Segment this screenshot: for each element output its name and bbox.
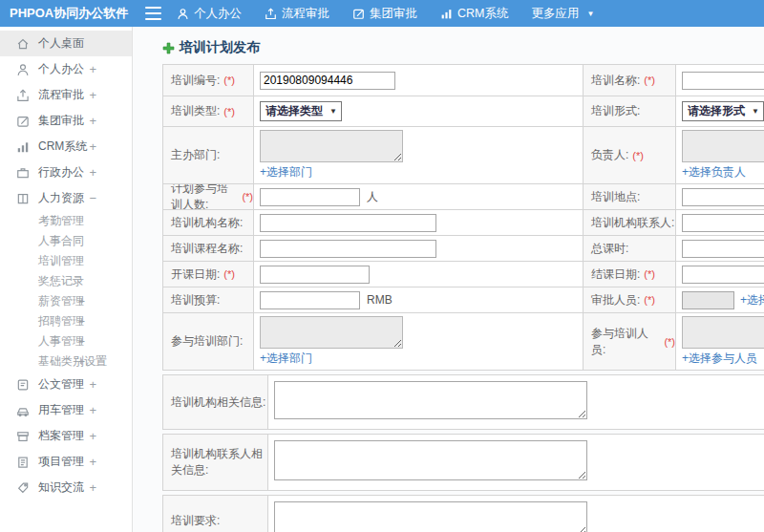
- select-join-people-link[interactable]: +选择参与人员: [682, 351, 757, 367]
- course-name-input[interactable]: [260, 240, 436, 258]
- join-people-label-cell: 参与培训人员:(*): [584, 313, 676, 371]
- budget-input[interactable]: [260, 291, 360, 309]
- sidebar-item-personal-office[interactable]: 个人办公 +: [0, 56, 132, 82]
- org-name-input[interactable]: [260, 214, 436, 232]
- training-form-select[interactable]: 请选择形式▼: [682, 101, 764, 121]
- caret-down-icon: ▼: [752, 107, 759, 116]
- requirements-textarea[interactable]: [274, 501, 587, 532]
- select-approver-link[interactable]: +选择审批人员: [740, 292, 764, 309]
- sidebar-item-hr-contract[interactable]: 人事合同: [0, 231, 132, 251]
- sidebar-item-label: 知识交流: [38, 479, 84, 496]
- location-input[interactable]: [682, 188, 764, 206]
- bar-chart-icon: [440, 8, 453, 20]
- select-dept-link[interactable]: +选择部门: [260, 164, 312, 181]
- expand-plus[interactable]: +: [78, 335, 85, 349]
- topnav-personal-office[interactable]: 个人办公: [177, 6, 242, 22]
- sidebar-item-salary[interactable]: 薪资管理 +: [0, 291, 132, 311]
- sidebar-item-workflow-approval[interactable]: 流程审批 +: [0, 82, 132, 108]
- expand-plus[interactable]: +: [78, 355, 85, 369]
- planned-count-input[interactable]: [260, 188, 360, 206]
- expand-plus[interactable]: +: [89, 62, 96, 76]
- sidebar-item-rewards[interactable]: 奖惩记录: [0, 271, 132, 291]
- sidebar-item-knowledge[interactable]: 知识交流 +: [0, 475, 132, 500]
- upload-icon: [265, 8, 277, 20]
- upload-icon: [16, 89, 31, 102]
- requirements-label-cell: 培训要求:: [163, 496, 268, 532]
- approver-input[interactable]: [682, 291, 734, 309]
- join-people-field-cell: +选择参与人员: [676, 313, 764, 371]
- training-type-field-cell: 请选择类型▼: [254, 96, 584, 127]
- budget-label-cell: 培训预算:: [163, 287, 254, 313]
- edit-square-icon: [16, 115, 31, 128]
- sidebar-item-hr[interactable]: 人力资源 −: [0, 185, 132, 211]
- org-contact-input[interactable]: [682, 214, 764, 232]
- sidebar-item-personnel[interactable]: 人事管理 +: [0, 331, 132, 351]
- topnav-group-approval[interactable]: 集团审批: [352, 6, 417, 22]
- sidebar-item-base-category[interactable]: 基础类别设置 +: [0, 351, 132, 372]
- approver-label-cell: 审批人员:(*): [584, 287, 676, 313]
- file-icon: [16, 378, 31, 392]
- expand-plus[interactable]: +: [89, 88, 96, 102]
- expand-plus[interactable]: +: [89, 114, 96, 128]
- bar-chart-icon: [16, 140, 31, 154]
- expand-plus[interactable]: +: [78, 315, 85, 329]
- required-mark: (*): [644, 74, 655, 86]
- sidebar-item-label: 个人办公: [38, 61, 84, 77]
- start-date-input[interactable]: [260, 266, 370, 284]
- sidebar-item-vehicle[interactable]: 用车管理 +: [0, 397, 132, 423]
- training-name-input[interactable]: [682, 72, 764, 90]
- sidebar-item-recruit[interactable]: 招聘管理 +: [0, 311, 132, 331]
- sidebar-item-group-approval[interactable]: 集团审批 +: [0, 108, 132, 134]
- end-date-input[interactable]: [682, 266, 764, 284]
- leader-textarea[interactable]: [682, 130, 764, 162]
- sidebar-item-archive[interactable]: 档案管理 +: [0, 423, 132, 449]
- sidebar-item-project[interactable]: 项目管理 +: [0, 449, 132, 475]
- clipboard-icon: [16, 456, 31, 469]
- topnav-workflow-approval[interactable]: 流程审批: [265, 6, 329, 22]
- menu-toggle-icon[interactable]: [145, 7, 161, 20]
- sidebar-item-attendance[interactable]: 考勤管理: [0, 211, 132, 231]
- training-type-select[interactable]: 请选择类型▼: [260, 101, 342, 121]
- topnav-label: 更多应用: [531, 6, 579, 22]
- expand-plus[interactable]: +: [89, 455, 96, 469]
- select-leader-link[interactable]: +选择负责人: [682, 164, 746, 181]
- training-no-input[interactable]: [260, 72, 395, 90]
- expand-plus[interactable]: +: [89, 480, 96, 495]
- total-hours-field-cell: [676, 236, 764, 262]
- expand-plus[interactable]: +: [89, 429, 96, 443]
- sidebar-item-label: 档案管理: [38, 428, 84, 444]
- expand-plus[interactable]: +: [89, 139, 96, 154]
- app-logo: PHPOA协同办公软件: [0, 5, 132, 22]
- total-hours-input[interactable]: [682, 240, 764, 258]
- join-people-textarea[interactable]: [682, 316, 764, 349]
- sidebar-item-admin-office[interactable]: 行政办公 +: [0, 160, 132, 185]
- sidebar-item-personal-desktop[interactable]: 个人桌面: [0, 31, 132, 56]
- org-info-textarea[interactable]: [274, 381, 587, 419]
- user-icon: [16, 63, 31, 76]
- sidebar-item-crm[interactable]: CRM系统 +: [0, 134, 132, 160]
- expand-plus[interactable]: +: [78, 295, 85, 309]
- unit-label: 人: [367, 189, 378, 205]
- sidebar-item-training-mgmt[interactable]: 培训管理: [0, 251, 132, 271]
- topnav-label: 个人办公: [194, 6, 242, 22]
- training-type-label-cell: 培训类型:(*): [163, 96, 254, 127]
- topnav-label: 集团审批: [370, 6, 417, 22]
- training-form-label-cell: 培训形式:: [584, 96, 676, 127]
- caret-down-icon: ▼: [329, 107, 337, 116]
- select-dept-link[interactable]: +选择部门: [260, 351, 312, 367]
- expand-plus[interactable]: +: [89, 165, 96, 180]
- sidebar-item-label: 培训管理: [38, 253, 84, 269]
- briefcase-icon: [16, 166, 31, 180]
- sidebar-item-label: CRM系统: [38, 138, 87, 155]
- expand-minus[interactable]: −: [89, 191, 96, 205]
- expand-plus[interactable]: +: [89, 377, 96, 392]
- total-hours-label-cell: 总课时:: [584, 236, 676, 262]
- topnav-crm[interactable]: CRM系统: [440, 6, 508, 22]
- host-dept-textarea[interactable]: [260, 130, 403, 162]
- topnav-more-apps[interactable]: 更多应用 ▼: [531, 6, 594, 22]
- join-depts-label-cell: 参与培训部门:: [163, 313, 254, 371]
- expand-plus[interactable]: +: [89, 403, 96, 417]
- sidebar-item-documents[interactable]: 公文管理 +: [0, 372, 132, 397]
- join-depts-textarea[interactable]: [260, 316, 403, 349]
- org-contact-info-textarea[interactable]: [274, 440, 587, 480]
